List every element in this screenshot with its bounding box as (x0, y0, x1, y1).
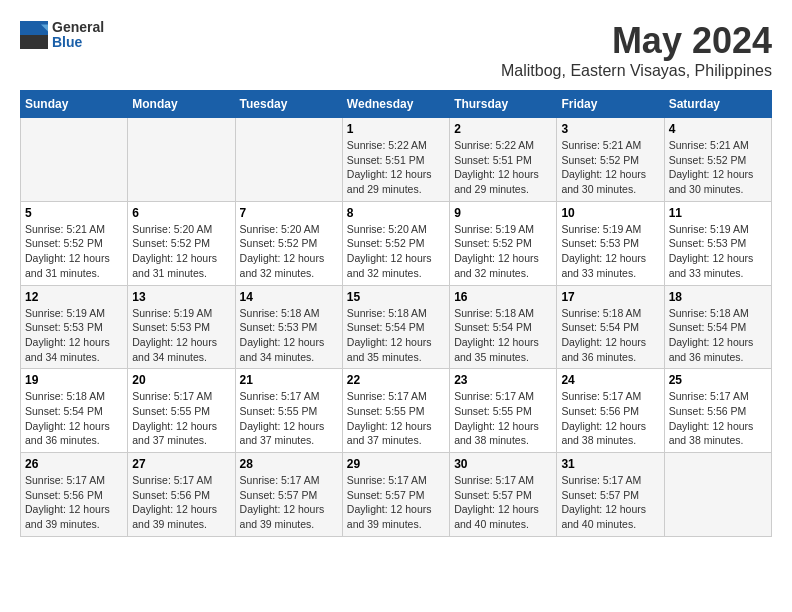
calendar-week-row: 12Sunrise: 5:19 AMSunset: 5:53 PMDayligh… (21, 285, 772, 369)
day-number: 4 (669, 122, 767, 136)
day-number: 23 (454, 373, 552, 387)
day-number: 15 (347, 290, 445, 304)
day-info: Sunrise: 5:17 AMSunset: 5:57 PMDaylight:… (240, 473, 338, 532)
day-number: 26 (25, 457, 123, 471)
day-number: 12 (25, 290, 123, 304)
calendar-week-row: 26Sunrise: 5:17 AMSunset: 5:56 PMDayligh… (21, 453, 772, 537)
day-number: 2 (454, 122, 552, 136)
calendar-cell: 6Sunrise: 5:20 AMSunset: 5:52 PMDaylight… (128, 201, 235, 285)
day-info: Sunrise: 5:19 AMSunset: 5:53 PMDaylight:… (25, 306, 123, 365)
calendar-cell: 13Sunrise: 5:19 AMSunset: 5:53 PMDayligh… (128, 285, 235, 369)
calendar-cell: 12Sunrise: 5:19 AMSunset: 5:53 PMDayligh… (21, 285, 128, 369)
calendar-cell: 15Sunrise: 5:18 AMSunset: 5:54 PMDayligh… (342, 285, 449, 369)
day-info: Sunrise: 5:18 AMSunset: 5:54 PMDaylight:… (25, 389, 123, 448)
day-number: 20 (132, 373, 230, 387)
day-info: Sunrise: 5:21 AMSunset: 5:52 PMDaylight:… (669, 138, 767, 197)
calendar-cell: 8Sunrise: 5:20 AMSunset: 5:52 PMDaylight… (342, 201, 449, 285)
day-info: Sunrise: 5:17 AMSunset: 5:57 PMDaylight:… (454, 473, 552, 532)
calendar-cell: 16Sunrise: 5:18 AMSunset: 5:54 PMDayligh… (450, 285, 557, 369)
day-number: 13 (132, 290, 230, 304)
day-number: 11 (669, 206, 767, 220)
logo-icon (20, 21, 48, 49)
day-number: 16 (454, 290, 552, 304)
day-info: Sunrise: 5:17 AMSunset: 5:56 PMDaylight:… (25, 473, 123, 532)
calendar-cell: 23Sunrise: 5:17 AMSunset: 5:55 PMDayligh… (450, 369, 557, 453)
weekday-header: Monday (128, 91, 235, 118)
calendar-week-row: 5Sunrise: 5:21 AMSunset: 5:52 PMDaylight… (21, 201, 772, 285)
calendar-cell: 25Sunrise: 5:17 AMSunset: 5:56 PMDayligh… (664, 369, 771, 453)
weekday-header: Thursday (450, 91, 557, 118)
calendar-cell: 9Sunrise: 5:19 AMSunset: 5:52 PMDaylight… (450, 201, 557, 285)
calendar-week-row: 1Sunrise: 5:22 AMSunset: 5:51 PMDaylight… (21, 118, 772, 202)
day-info: Sunrise: 5:17 AMSunset: 5:55 PMDaylight:… (454, 389, 552, 448)
day-number: 22 (347, 373, 445, 387)
svg-rect-1 (20, 35, 48, 49)
calendar-cell (128, 118, 235, 202)
calendar-cell: 1Sunrise: 5:22 AMSunset: 5:51 PMDaylight… (342, 118, 449, 202)
calendar-cell: 21Sunrise: 5:17 AMSunset: 5:55 PMDayligh… (235, 369, 342, 453)
calendar-cell: 3Sunrise: 5:21 AMSunset: 5:52 PMDaylight… (557, 118, 664, 202)
calendar-cell: 17Sunrise: 5:18 AMSunset: 5:54 PMDayligh… (557, 285, 664, 369)
title-area: May 2024 Malitbog, Eastern Visayas, Phil… (501, 20, 772, 80)
calendar-cell (235, 118, 342, 202)
day-info: Sunrise: 5:17 AMSunset: 5:56 PMDaylight:… (669, 389, 767, 448)
day-info: Sunrise: 5:17 AMSunset: 5:55 PMDaylight:… (347, 389, 445, 448)
page-subtitle: Malitbog, Eastern Visayas, Philippines (501, 62, 772, 80)
day-number: 7 (240, 206, 338, 220)
calendar-cell: 18Sunrise: 5:18 AMSunset: 5:54 PMDayligh… (664, 285, 771, 369)
weekday-header: Wednesday (342, 91, 449, 118)
calendar-cell: 29Sunrise: 5:17 AMSunset: 5:57 PMDayligh… (342, 453, 449, 537)
calendar-cell: 26Sunrise: 5:17 AMSunset: 5:56 PMDayligh… (21, 453, 128, 537)
day-info: Sunrise: 5:18 AMSunset: 5:54 PMDaylight:… (669, 306, 767, 365)
day-info: Sunrise: 5:21 AMSunset: 5:52 PMDaylight:… (25, 222, 123, 281)
page-header: General Blue May 2024 Malitbog, Eastern … (20, 20, 772, 80)
day-number: 5 (25, 206, 123, 220)
day-number: 10 (561, 206, 659, 220)
calendar-cell: 10Sunrise: 5:19 AMSunset: 5:53 PMDayligh… (557, 201, 664, 285)
day-info: Sunrise: 5:19 AMSunset: 5:53 PMDaylight:… (132, 306, 230, 365)
day-number: 6 (132, 206, 230, 220)
day-number: 21 (240, 373, 338, 387)
day-info: Sunrise: 5:21 AMSunset: 5:52 PMDaylight:… (561, 138, 659, 197)
calendar-cell: 2Sunrise: 5:22 AMSunset: 5:51 PMDaylight… (450, 118, 557, 202)
calendar-cell: 27Sunrise: 5:17 AMSunset: 5:56 PMDayligh… (128, 453, 235, 537)
day-number: 29 (347, 457, 445, 471)
calendar-cell (21, 118, 128, 202)
day-info: Sunrise: 5:22 AMSunset: 5:51 PMDaylight:… (454, 138, 552, 197)
logo-text: General Blue (52, 20, 104, 51)
day-info: Sunrise: 5:18 AMSunset: 5:54 PMDaylight:… (347, 306, 445, 365)
weekday-header: Sunday (21, 91, 128, 118)
calendar-cell: 20Sunrise: 5:17 AMSunset: 5:55 PMDayligh… (128, 369, 235, 453)
day-info: Sunrise: 5:18 AMSunset: 5:53 PMDaylight:… (240, 306, 338, 365)
calendar-week-row: 19Sunrise: 5:18 AMSunset: 5:54 PMDayligh… (21, 369, 772, 453)
day-info: Sunrise: 5:20 AMSunset: 5:52 PMDaylight:… (347, 222, 445, 281)
day-number: 19 (25, 373, 123, 387)
day-info: Sunrise: 5:17 AMSunset: 5:57 PMDaylight:… (561, 473, 659, 532)
calendar-cell: 11Sunrise: 5:19 AMSunset: 5:53 PMDayligh… (664, 201, 771, 285)
day-info: Sunrise: 5:20 AMSunset: 5:52 PMDaylight:… (132, 222, 230, 281)
day-info: Sunrise: 5:20 AMSunset: 5:52 PMDaylight:… (240, 222, 338, 281)
day-number: 31 (561, 457, 659, 471)
day-info: Sunrise: 5:18 AMSunset: 5:54 PMDaylight:… (454, 306, 552, 365)
calendar-cell (664, 453, 771, 537)
weekday-header-row: SundayMondayTuesdayWednesdayThursdayFrid… (21, 91, 772, 118)
day-info: Sunrise: 5:19 AMSunset: 5:52 PMDaylight:… (454, 222, 552, 281)
logo: General Blue (20, 20, 104, 51)
day-info: Sunrise: 5:17 AMSunset: 5:56 PMDaylight:… (561, 389, 659, 448)
day-info: Sunrise: 5:19 AMSunset: 5:53 PMDaylight:… (669, 222, 767, 281)
logo-blue: Blue (52, 35, 104, 50)
day-info: Sunrise: 5:17 AMSunset: 5:55 PMDaylight:… (132, 389, 230, 448)
weekday-header: Saturday (664, 91, 771, 118)
day-info: Sunrise: 5:19 AMSunset: 5:53 PMDaylight:… (561, 222, 659, 281)
logo-general: General (52, 20, 104, 35)
calendar-cell: 14Sunrise: 5:18 AMSunset: 5:53 PMDayligh… (235, 285, 342, 369)
day-number: 18 (669, 290, 767, 304)
page-title: May 2024 (501, 20, 772, 62)
day-number: 30 (454, 457, 552, 471)
day-number: 9 (454, 206, 552, 220)
calendar-cell: 5Sunrise: 5:21 AMSunset: 5:52 PMDaylight… (21, 201, 128, 285)
day-info: Sunrise: 5:17 AMSunset: 5:57 PMDaylight:… (347, 473, 445, 532)
day-number: 28 (240, 457, 338, 471)
calendar-cell: 19Sunrise: 5:18 AMSunset: 5:54 PMDayligh… (21, 369, 128, 453)
day-number: 25 (669, 373, 767, 387)
